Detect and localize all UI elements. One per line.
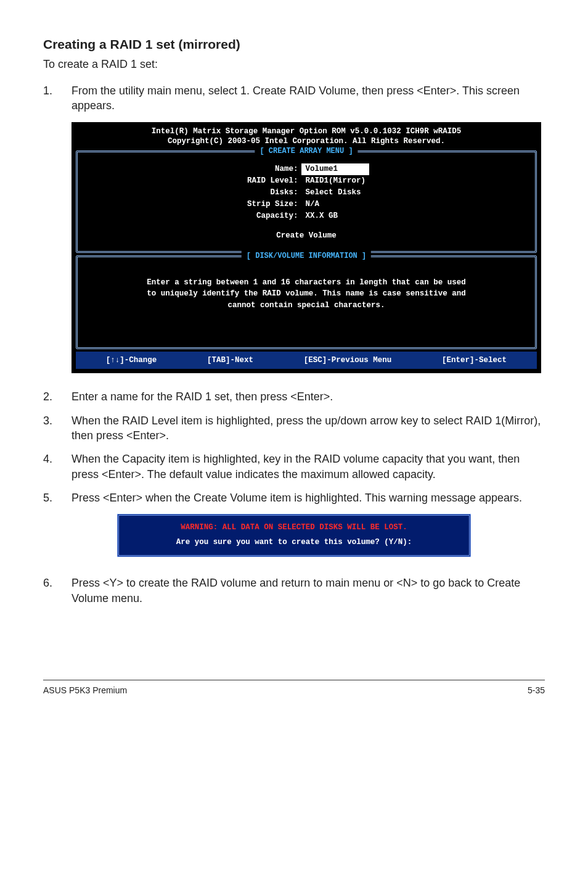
footer-left: ASUS P5K3 Premium [43,685,127,695]
step-number: 3. [43,413,71,444]
bios-disk-info-panel: [ DISK/VOLUME INFORMATION ] Enter a stri… [76,255,537,349]
step-text: From the utility main menu, select 1. Cr… [71,83,545,113]
step-number: 4. [43,452,71,482]
step-text: Press <Enter> when the Create Volume ite… [71,490,545,505]
warning-line1: WARNING: ALL DATA ON SELECTED DISKS WILL… [121,518,467,533]
info-line: Enter a string between 1 and 16 characte… [88,277,525,289]
kv-raid-val[interactable]: RAID1(Mirror) [301,175,369,187]
info-line: to uniquely identify the RAID volume. Th… [88,288,525,300]
kv-strip-val[interactable]: N/A [301,199,369,210]
bios-footer: [↑↓]-Change [TAB]-Next [ESC]-Previous Me… [76,352,537,369]
info-line: cannot contain special characters. [88,300,525,311]
section-heading: Creating a RAID 1 set (mirrored) [43,37,545,52]
step-text: When the RAID Level item is highlighted,… [71,413,545,444]
step-text: Enter a name for the RAID 1 set, then pr… [71,389,545,404]
create-volume-item[interactable]: Create Volume [88,231,525,241]
bios-title-line1: Intel(R) Matrix Storage Manager Option R… [76,126,537,137]
page-footer: ASUS P5K3 Premium 5-35 [43,680,545,695]
kv-raid-key: RAID Level: [243,175,302,187]
kv-name-key: Name: [243,163,302,175]
bios-panel-label: [ CREATE ARRAY MENU ] [255,146,357,156]
warning-dialog: WARNING: ALL DATA ON SELECTED DISKS WILL… [117,514,471,557]
kv-cap-val[interactable]: XX.X GB [301,210,369,222]
step-number: 1. [43,83,71,113]
bios-screenshot: Intel(R) Matrix Storage Manager Option R… [71,122,541,374]
bios-footer-key-next: [TAB]-Next [207,355,253,366]
warning-line2[interactable]: Are you sure you want to create this vol… [121,533,467,553]
step-number: 2. [43,389,71,404]
kv-cap-key: Capacity: [243,210,302,222]
intro-text: To create a RAID 1 set: [43,58,545,71]
footer-right: 5-35 [528,685,545,695]
step-text: When the Capacity item is highlighted, k… [71,452,545,482]
bios-footer-key-prev: [ESC]-Previous Menu [304,355,392,366]
kv-name-val[interactable]: Volume1 [301,163,369,175]
bios-title-line2: Copyright(C) 2003-05 Intel Corporation. … [76,136,537,147]
kv-disks-key: Disks: [243,187,302,199]
kv-disks-val[interactable]: Select Disks [301,187,369,199]
bios-footer-key-select: [Enter]-Select [442,355,507,366]
step-text: Press <Y> to create the RAID volume and … [71,576,545,606]
step-number: 5. [43,490,71,505]
kv-strip-key: Strip Size: [243,199,302,210]
bios-panel-label: [ DISK/VOLUME INFORMATION ] [242,251,371,261]
step-number: 6. [43,576,71,606]
bios-footer-key-change: [↑↓]-Change [106,355,157,366]
bios-create-array-panel: [ CREATE ARRAY MENU ] Name: Volume1 RAID… [76,151,537,252]
